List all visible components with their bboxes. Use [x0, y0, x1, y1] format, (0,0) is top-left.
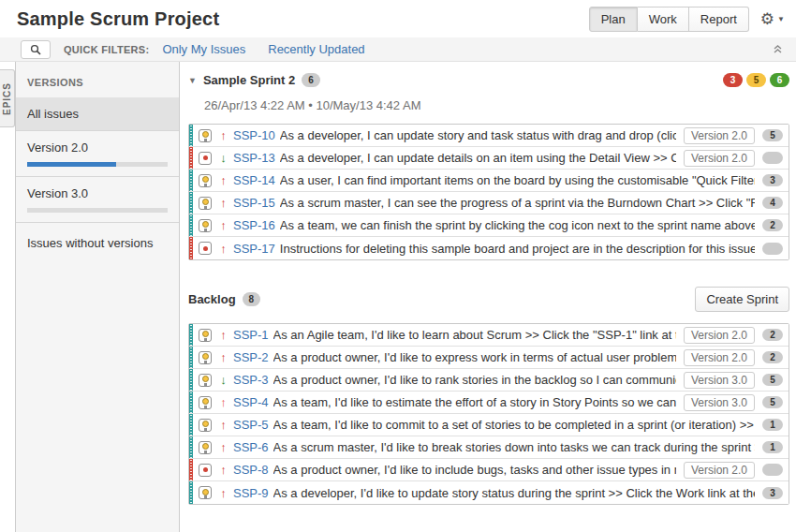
- status-stripe: [189, 481, 193, 504]
- sprint-issue-list: ↑SSP-10As a developer, I can update stor…: [188, 124, 789, 260]
- issue-key-link[interactable]: SSP-3: [233, 373, 269, 387]
- issue-key-link[interactable]: SSP-15: [233, 196, 275, 210]
- bug-icon: [199, 242, 212, 255]
- sprint-status-badges: 356: [723, 73, 789, 87]
- work-tab-button[interactable]: Work: [638, 7, 689, 32]
- arrow-up-icon: ↑: [217, 197, 229, 209]
- issue-row-ssp-17[interactable]: ↑SSP-17Instructions for deleting this sa…: [189, 237, 789, 259]
- lightbulb-glyph: [202, 221, 209, 228]
- sidebar-item-version-2-0[interactable]: Version 2.0: [16, 131, 179, 177]
- arrow-up-icon: ↑: [217, 129, 229, 141]
- sprint-status-badge: 5: [746, 73, 766, 87]
- status-stripe: [189, 170, 193, 191]
- estimate-badge: 5: [762, 374, 783, 386]
- sidebar-item-issues-without-versions[interactable]: Issues without versions: [16, 223, 179, 259]
- arrow-up-icon: ↑: [217, 419, 229, 431]
- sidebar-item-all-issues[interactable]: All issues: [16, 97, 179, 131]
- issue-row-ssp-6[interactable]: ↑SSP-6As a scrum master, I'd like to bre…: [189, 436, 789, 459]
- issue-key-link[interactable]: SSP-10: [233, 128, 275, 142]
- lightbulb-glyph: [202, 376, 209, 382]
- estimate-badge: 2: [762, 329, 783, 341]
- quick-filters-bar: QUICK FILTERS: Only My Issues Recently U…: [0, 37, 796, 62]
- estimate-badge: 1: [762, 419, 783, 431]
- issue-summary: Instructions for deleting this sample bo…: [280, 242, 755, 256]
- search-button[interactable]: [21, 40, 51, 59]
- backlog-issue-count-badge: 8: [243, 292, 261, 306]
- issue-row-ssp-9[interactable]: ↑SSP-9As a developer, I'd like to update…: [189, 481, 789, 504]
- sidebar-item-version-3-0[interactable]: Version 3.0: [16, 177, 179, 223]
- page-title: Sample Scrum Project: [17, 8, 219, 30]
- collapse-toolbar-button[interactable]: [773, 44, 783, 54]
- arrow-up-icon: ↑: [217, 219, 229, 231]
- board-settings-menu[interactable]: ⚙ ▼: [760, 11, 785, 27]
- status-stripe: [189, 125, 193, 146]
- estimate-badge: 4: [762, 197, 783, 209]
- issue-key-link[interactable]: SSP-2: [233, 350, 269, 364]
- issue-key-link[interactable]: SSP-6: [233, 440, 269, 454]
- arrow-up-icon: ↑: [217, 441, 229, 453]
- issue-row-ssp-15[interactable]: ↑SSP-15As a scrum master, I can see the …: [189, 192, 789, 214]
- issue-summary: As a user, I can find important items on…: [280, 173, 755, 187]
- issue-key-link[interactable]: SSP-14: [233, 173, 275, 187]
- issue-row-ssp-8[interactable]: ↑SSP-8As a product owner, I'd like to in…: [189, 459, 789, 481]
- bug-icon: [199, 152, 212, 165]
- sprint-name[interactable]: Sample Sprint 2: [203, 73, 295, 87]
- estimate-badge: 3: [762, 174, 783, 186]
- plan-tab-button[interactable]: Plan: [589, 7, 638, 32]
- story-lightbulb-icon: [199, 374, 212, 387]
- report-tab-button[interactable]: Report: [689, 7, 749, 32]
- issue-key-link[interactable]: SSP-17: [233, 242, 275, 256]
- issue-row-ssp-4[interactable]: ↑SSP-4As a team, I'd like to estimate th…: [189, 392, 789, 414]
- issue-summary: As a scrum master, I can see the progres…: [280, 196, 755, 210]
- status-stripe: [189, 436, 193, 458]
- issue-row-ssp-16[interactable]: ↑SSP-16As a team, we can finish the spri…: [189, 214, 789, 237]
- estimate-badge: 2: [762, 219, 783, 231]
- status-stripe: [189, 324, 193, 346]
- status-stripe: [189, 369, 193, 391]
- sidebar-item-label: Version 3.0: [27, 186, 168, 200]
- epics-panel-tab[interactable]: EPICS: [0, 69, 15, 127]
- estimate-badge: 5: [762, 129, 783, 141]
- lightbulb-glyph: [202, 331, 209, 337]
- issue-key-link[interactable]: SSP-1: [233, 328, 269, 342]
- version-label: Version 3.0: [684, 394, 755, 411]
- filter-recently-updated[interactable]: Recently Updated: [268, 42, 364, 56]
- sidebar-item-label: Issues without versions: [27, 236, 168, 250]
- lightbulb-glyph: [202, 199, 209, 205]
- issue-row-ssp-1[interactable]: ↑SSP-1As an Agile team, I'd like to lear…: [189, 324, 789, 347]
- issue-row-ssp-5[interactable]: ↑SSP-5As a team, I'd like to commit to a…: [189, 414, 789, 436]
- issue-row-ssp-3[interactable]: ↓SSP-3As a product owner, I'd like to ra…: [189, 369, 789, 392]
- search-icon: [30, 44, 41, 55]
- sidebar-item-label: All issues: [27, 107, 168, 121]
- filter-only-my-issues[interactable]: Only My Issues: [162, 42, 245, 56]
- bug-dot: [203, 155, 208, 160]
- sprint-status-badge: 3: [723, 73, 743, 87]
- issue-key-link[interactable]: SSP-4: [233, 395, 269, 409]
- issue-summary: As an Agile team, I'd like to learn abou…: [273, 328, 676, 342]
- create-sprint-button[interactable]: Create Sprint: [695, 287, 789, 312]
- issue-summary: As a product owner, I'd like to rank sto…: [273, 373, 676, 387]
- issue-row-ssp-10[interactable]: ↑SSP-10As a developer, I can update stor…: [189, 125, 789, 147]
- issue-row-ssp-2[interactable]: ↑SSP-2As a product owner, I'd like to ex…: [189, 347, 789, 369]
- sprint-status-badge: 6: [770, 73, 789, 87]
- estimate-badge: 2: [762, 351, 783, 363]
- double-chevron-up-icon: [773, 44, 783, 54]
- issue-key-link[interactable]: SSP-16: [233, 218, 275, 232]
- version-label: Version 2.0: [684, 150, 755, 167]
- issue-key-link[interactable]: SSP-8: [233, 463, 269, 477]
- status-stripe: [189, 214, 193, 236]
- issue-key-link[interactable]: SSP-13: [233, 151, 275, 165]
- issue-summary: As a developer, I'd like to update story…: [273, 486, 755, 500]
- estimate-badge: [762, 464, 783, 476]
- version-progress-bar: [27, 162, 168, 167]
- arrow-up-icon: ↑: [217, 396, 229, 408]
- chevron-down-icon[interactable]: ▼: [188, 76, 197, 85]
- issue-key-link[interactable]: SSP-9: [233, 486, 269, 500]
- backlog-issue-list: ↑SSP-1As an Agile team, I'd like to lear…: [188, 323, 789, 505]
- issue-summary: As a scrum master, I'd like to break sto…: [273, 440, 755, 454]
- issue-row-ssp-14[interactable]: ↑SSP-14As a user, I can find important i…: [189, 170, 789, 192]
- issue-key-link[interactable]: SSP-5: [233, 418, 269, 432]
- version-label: Version 2.0: [684, 462, 755, 479]
- issue-row-ssp-13[interactable]: ↓SSP-13As a developer, I can update deta…: [189, 147, 789, 170]
- backlog-title: Backlog: [188, 292, 236, 306]
